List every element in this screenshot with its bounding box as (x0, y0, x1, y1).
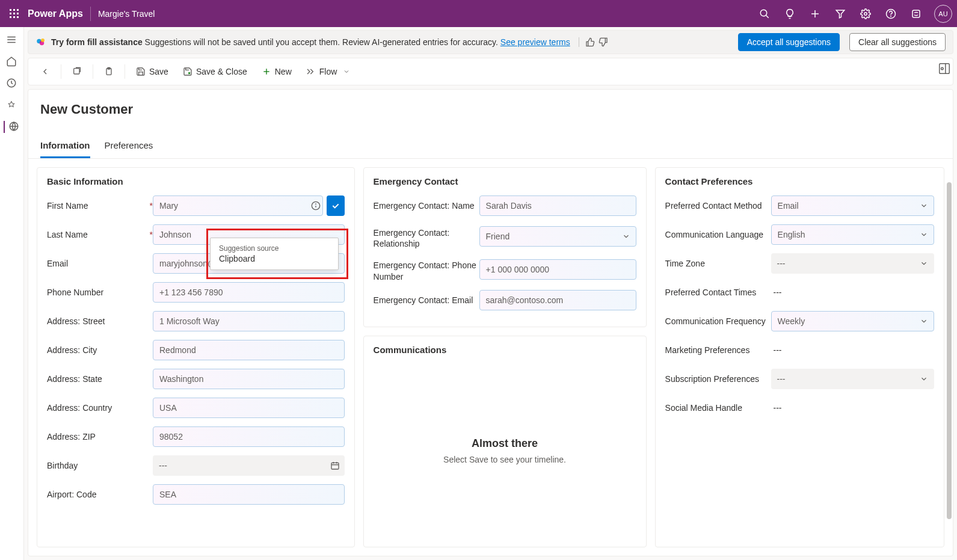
form-fill-banner: Try form fill assistance Suggestions wil… (28, 30, 953, 54)
airport-code-input[interactable] (153, 484, 345, 505)
copilot-header-icon[interactable] (905, 3, 927, 25)
flow-button[interactable]: Flow (300, 63, 357, 80)
gear-icon[interactable] (855, 3, 876, 25)
country-input[interactable] (153, 398, 345, 418)
back-button[interactable] (34, 63, 56, 80)
thumbs-down-icon[interactable] (599, 37, 608, 47)
svg-point-14 (864, 12, 867, 15)
save-button[interactable]: Save (130, 63, 174, 80)
svg-rect-0 (10, 9, 11, 11)
comm-language-select[interactable] (771, 224, 934, 245)
save-close-button[interactable]: Save & Close (177, 63, 253, 80)
svg-rect-2 (17, 9, 19, 11)
open-new-window-button[interactable] (66, 63, 88, 80)
state-input[interactable] (153, 369, 345, 389)
plus-icon[interactable] (804, 3, 826, 25)
emergency-contact-section: Emergency Contact Emergency Contact: Nam… (363, 167, 647, 327)
copilot-panel-toggle-icon[interactable] (938, 62, 952, 76)
environment-name[interactable]: Margie's Travel (98, 9, 155, 19)
basic-info-section: Basic Information First Name* Last Name* (37, 167, 355, 547)
avatar[interactable]: AU (934, 5, 952, 23)
section-title-basic: Basic Information (47, 176, 345, 186)
clear-all-button[interactable]: Clear all suggestions (849, 33, 946, 51)
thumbs-up-icon[interactable] (585, 37, 595, 47)
accept-all-button[interactable]: Accept all suggestions (738, 33, 840, 51)
svg-point-29 (941, 67, 944, 70)
tooltip-value: Clipboard (219, 254, 330, 263)
filter-icon[interactable] (829, 3, 851, 25)
svg-rect-17 (912, 10, 920, 17)
header-divider (90, 7, 91, 21)
waffle-icon[interactable] (5, 4, 24, 23)
zip-input[interactable] (153, 426, 345, 447)
banner-text: Suggestions will not be saved until you … (143, 37, 500, 47)
calendar-icon[interactable] (330, 461, 340, 470)
comm-frequency-select[interactable] (771, 311, 934, 331)
phone-input[interactable] (153, 282, 345, 303)
svg-rect-3 (10, 13, 11, 14)
svg-rect-38 (331, 463, 339, 469)
svg-marker-13 (836, 10, 845, 18)
emergency-name-input[interactable] (479, 195, 636, 216)
city-input[interactable] (153, 340, 345, 360)
social-handle-value[interactable]: --- (771, 403, 782, 413)
emergency-phone-input[interactable] (479, 259, 636, 280)
scrollbar[interactable] (947, 182, 952, 519)
preferred-times-value[interactable]: --- (771, 288, 782, 297)
app-name: Power Apps (28, 8, 83, 19)
svg-rect-4 (13, 13, 15, 14)
svg-point-37 (315, 204, 316, 205)
street-input[interactable] (153, 311, 345, 331)
banner-feedback (579, 37, 608, 47)
pin-icon[interactable] (6, 99, 18, 111)
contact-preferences-section: Contact Preferences Preferred Contact Me… (655, 167, 944, 547)
svg-line-10 (766, 15, 769, 18)
tab-preferences[interactable]: Preferences (105, 134, 153, 158)
svg-point-9 (760, 10, 767, 16)
birthday-input[interactable] (153, 455, 345, 476)
help-icon[interactable] (880, 3, 902, 25)
svg-point-26 (41, 38, 45, 42)
svg-rect-6 (10, 16, 11, 18)
see-preview-terms-link[interactable]: See preview terms (500, 37, 570, 47)
svg-rect-8 (17, 16, 19, 18)
timeline-empty-title: Almost there (472, 437, 538, 450)
accept-suggestion-button[interactable] (327, 195, 345, 216)
info-icon[interactable] (311, 201, 321, 211)
page-title: New Customer (40, 102, 941, 117)
lightbulb-icon[interactable] (779, 3, 801, 25)
tooltip-label: Suggestion source (219, 244, 330, 253)
emergency-email-input[interactable] (479, 290, 636, 310)
timezone-select[interactable] (771, 253, 934, 274)
banner-title: Try form fill assistance (51, 37, 143, 47)
svg-rect-5 (17, 13, 19, 14)
svg-point-16 (891, 16, 891, 16)
home-icon[interactable] (6, 56, 18, 68)
left-rail (0, 27, 24, 560)
search-icon[interactable] (754, 3, 775, 25)
app-header: Power Apps Margie's Travel AU (0, 0, 957, 27)
svg-rect-7 (13, 16, 15, 18)
globe-icon[interactable] (4, 121, 16, 133)
new-button[interactable]: New (256, 63, 298, 80)
communications-section: Communications Almost there Select Save … (363, 336, 647, 547)
contact-method-select[interactable] (771, 195, 934, 216)
clipboard-button[interactable] (98, 63, 120, 80)
svg-rect-30 (74, 69, 79, 74)
first-name-input[interactable] (153, 195, 323, 216)
timeline-empty-subtitle: Select Save to see your timeline. (443, 455, 566, 464)
emergency-relationship-select[interactable] (479, 226, 636, 247)
hamburger-icon[interactable] (6, 34, 18, 46)
command-bar: Save Save & Close New Flow (28, 58, 953, 85)
marketing-value[interactable]: --- (771, 345, 782, 355)
recent-icon[interactable] (6, 78, 18, 90)
tab-information[interactable]: Information (40, 134, 90, 158)
suggestion-source-tooltip: Suggestion source Clipboard (210, 238, 339, 270)
subscription-select[interactable] (771, 369, 934, 389)
copilot-logo-icon (35, 37, 46, 48)
svg-rect-1 (13, 9, 15, 11)
